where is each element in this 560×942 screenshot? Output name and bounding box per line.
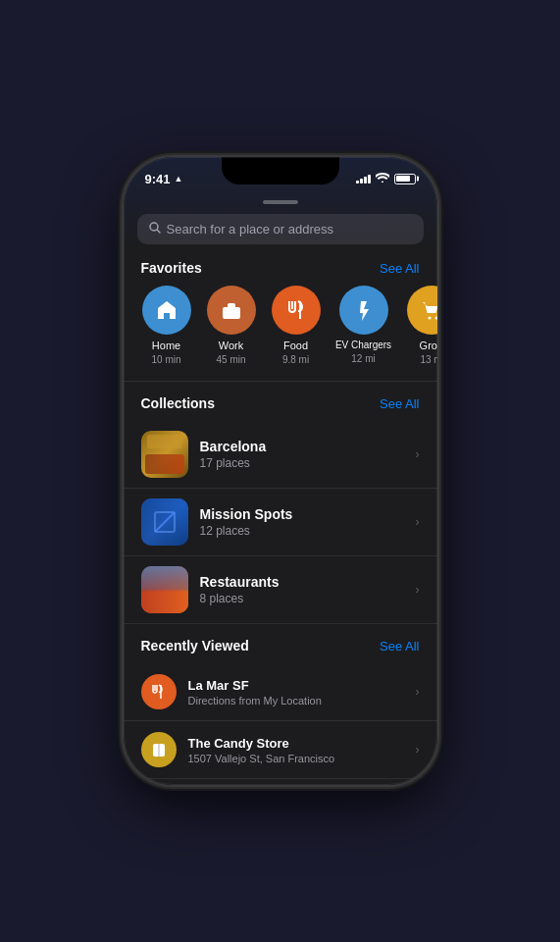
recently-viewed-title: Recently Viewed — [141, 638, 249, 654]
svg-point-6 — [434, 317, 437, 320]
fav-ev-chargers[interactable]: EV Chargers 12 mi — [330, 286, 398, 365]
svg-point-5 — [428, 317, 431, 320]
collection-sub-barcelona: 17 places — [200, 456, 404, 470]
fav-work-name: Work — [219, 340, 243, 352]
fav-grocery-name: Groc — [420, 340, 437, 352]
collection-mission[interactable]: Mission Spots 12 places › — [124, 489, 437, 556]
svg-line-8 — [155, 512, 175, 532]
status-time: 9:41 ▲ — [145, 172, 183, 186]
fav-ev-sub: 12 mi — [351, 353, 375, 364]
collection-sub-mission: 12 places — [200, 524, 404, 538]
favorites-title: Favorites — [141, 260, 202, 276]
status-icons — [356, 173, 416, 184]
fav-food-name: Food — [283, 340, 308, 352]
collections-see-all[interactable]: See All — [380, 396, 419, 411]
collections-header: Collections See All — [124, 395, 437, 421]
time-display: 9:41 — [145, 172, 171, 186]
recent-candy-store[interactable]: The Candy Store 1507 Vallejo St, San Fra… — [124, 721, 437, 779]
collection-name-restaurants: Restaurants — [200, 574, 404, 590]
phone-frame: 9:41 ▲ — [124, 157, 437, 785]
battery-fill — [396, 176, 410, 182]
favorites-header: Favorites See All — [124, 260, 437, 286]
search-placeholder: Search for a place or address — [167, 222, 334, 236]
favorites-see-all[interactable]: See All — [380, 261, 419, 276]
svg-point-0 — [150, 223, 158, 231]
fav-food-icon — [272, 286, 321, 335]
recent-candy-sub: 1507 Vallejo St, San Francisco — [188, 753, 404, 764]
fav-grocery-sub: 13 m — [420, 354, 436, 365]
recent-stonemill[interactable]: Stonemill Matcha 561 Valencia St, San Fr… — [124, 779, 437, 785]
fav-grocery-icon — [407, 286, 437, 335]
recent-la-mar-name: La Mar SF — [188, 678, 404, 693]
signal-bar-2 — [360, 179, 363, 183]
signal-bar-1 — [356, 181, 359, 183]
notch — [222, 157, 339, 184]
collection-restaurants[interactable]: Restaurants 8 places › — [124, 556, 437, 624]
chevron-icon-restaurants: › — [416, 583, 420, 597]
chevron-icon-barcelona: › — [416, 447, 420, 461]
svg-line-1 — [157, 231, 160, 234]
chevron-icon-mission: › — [416, 515, 420, 529]
collections-title: Collections — [141, 395, 215, 411]
battery-icon — [394, 174, 416, 184]
svg-rect-2 — [223, 307, 240, 319]
recently-viewed-section: Recently Viewed See All La Mar — [124, 624, 437, 785]
fav-food[interactable]: Food 9.8 mi — [265, 286, 328, 365]
recent-la-mar-info: La Mar SF Directions from My Location — [188, 678, 404, 706]
collection-thumb-barcelona — [141, 431, 188, 478]
signal-bar-4 — [368, 175, 371, 183]
recent-candy-info: The Candy Store 1507 Vallejo St, San Fra… — [188, 736, 404, 764]
collection-sub-restaurants: 8 places — [200, 592, 404, 605]
chevron-la-mar: › — [416, 685, 420, 699]
collection-barcelona[interactable]: Barcelona 17 places › — [124, 421, 437, 489]
collection-info-mission: Mission Spots 12 places — [200, 506, 404, 538]
recently-viewed-header: Recently Viewed See All — [124, 638, 437, 663]
fav-work-icon — [207, 286, 256, 335]
fav-home-icon — [142, 286, 191, 335]
recent-candy-icon — [141, 732, 177, 767]
recent-la-mar[interactable]: La Mar SF Directions from My Location › — [124, 663, 437, 721]
recent-la-mar-sub: Directions from My Location — [188, 695, 404, 706]
fav-work-sub: 45 min — [216, 354, 245, 365]
collection-thumb-mission — [141, 498, 188, 546]
wifi-icon — [376, 173, 389, 184]
search-bar[interactable]: Search for a place or address — [137, 214, 424, 244]
fav-grocery[interactable]: Groc 13 m — [400, 286, 437, 365]
signal-bar-3 — [364, 177, 367, 183]
fav-home[interactable]: Home 10 min — [135, 286, 198, 365]
search-icon — [149, 222, 161, 236]
recent-la-mar-icon — [141, 674, 177, 709]
fav-ev-icon — [339, 286, 388, 335]
collection-name-barcelona: Barcelona — [200, 439, 404, 454]
screen: 9:41 ▲ — [124, 157, 437, 785]
fav-ev-name: EV Chargers — [335, 340, 391, 351]
collection-name-mission: Mission Spots — [200, 506, 404, 522]
fav-home-name: Home — [152, 340, 180, 352]
drag-indicator — [263, 200, 298, 204]
chevron-candy: › — [416, 743, 420, 757]
fav-food-sub: 9.8 mi — [282, 354, 309, 365]
recently-viewed-see-all[interactable]: See All — [380, 639, 419, 654]
favorites-list[interactable]: Home 10 min Work 45 min — [124, 286, 437, 381]
recent-candy-name: The Candy Store — [188, 736, 404, 751]
signal-bars-icon — [356, 174, 371, 183]
collection-thumb-restaurants — [141, 566, 188, 613]
collection-info-barcelona: Barcelona 17 places — [200, 439, 404, 470]
fav-home-sub: 10 min — [151, 354, 180, 365]
collections-section: Collections See All Barcelona 17 places — [124, 382, 437, 624]
collection-info-restaurants: Restaurants 8 places — [200, 574, 404, 605]
location-arrow-icon: ▲ — [175, 174, 183, 183]
main-scroll[interactable]: Search for a place or address Favorites … — [124, 194, 437, 785]
fav-work[interactable]: Work 45 min — [200, 286, 263, 365]
